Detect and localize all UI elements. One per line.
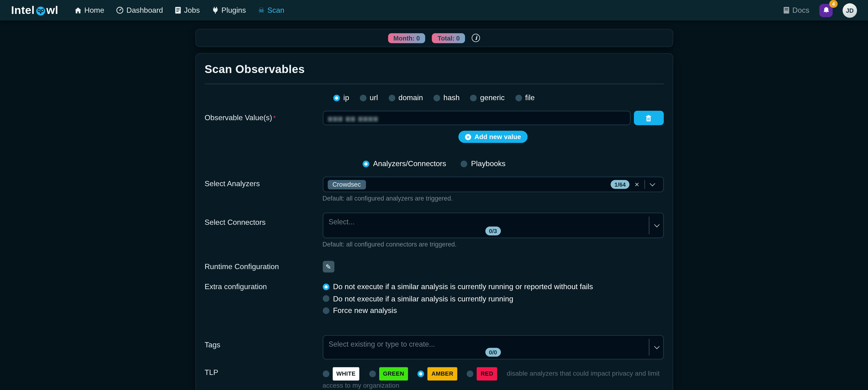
nav-label: Jobs <box>184 6 200 14</box>
edit-runtime-config-button[interactable]: ✎ <box>322 261 334 272</box>
dashboard-icon <box>116 7 124 14</box>
observable-type-radio-group: ip url domain hash generic file <box>205 94 663 102</box>
user-avatar[interactable]: JD <box>843 3 857 18</box>
tlp-white-badge[interactable]: WHITE <box>332 367 360 380</box>
mode-option-playbooks[interactable]: Playbooks <box>461 159 505 168</box>
radio-tlp-white[interactable] <box>322 370 329 377</box>
connectors-select[interactable]: Select... 0/3 <box>322 213 663 238</box>
tags-row: Tags Select existing or type to create..… <box>205 335 663 359</box>
nav-label: Plugins <box>221 6 246 14</box>
type-option-file[interactable]: file <box>515 94 535 102</box>
radio-file[interactable] <box>515 94 522 101</box>
extra-option-1[interactable]: Do not execute if a similar analysis is … <box>322 282 663 291</box>
radio-force-new-analysis[interactable] <box>322 307 329 313</box>
nav-item-scan[interactable]: ☠ Scan <box>258 6 284 14</box>
tlp-row: TLP WHITE GREEN AMBER RED disable analyz… <box>205 367 663 390</box>
type-option-url[interactable]: url <box>360 94 378 102</box>
radio-domain[interactable] <box>389 94 395 101</box>
nav-label: Home <box>84 6 104 14</box>
clear-analyzers-icon[interactable]: × <box>634 181 639 188</box>
jobs-icon <box>175 7 181 14</box>
owl-icon <box>35 6 46 16</box>
tlp-option-white[interactable]: WHITE <box>322 367 360 380</box>
tags-placeholder: Select existing or type to create... <box>329 340 435 348</box>
type-option-generic[interactable]: generic <box>470 94 504 102</box>
mode-radio-group: Analyzers/Connectors Playbooks <box>205 159 663 168</box>
analyzers-helper-text: Default: all configured analyzers are tr… <box>322 195 663 202</box>
analyzers-count-badge: 1/64 <box>611 180 630 189</box>
radio-hash[interactable] <box>433 94 440 101</box>
quota-card: Month: 0 Total: 0 i <box>195 29 673 47</box>
nav-item-home[interactable]: Home <box>75 6 104 14</box>
tags-label: Tags <box>205 335 322 349</box>
page-title: Scan Observables <box>205 63 663 84</box>
add-new-value-button[interactable]: + Add new value <box>458 131 528 143</box>
tlp-option-green[interactable]: GREEN <box>369 367 408 380</box>
observable-values-label: Observable Value(s)* <box>205 111 322 122</box>
select-divider <box>644 180 645 189</box>
docs-link[interactable]: Docs <box>783 6 809 14</box>
tlp-amber-badge[interactable]: AMBER <box>428 367 457 380</box>
notification-count-badge: 4 <box>829 0 838 7</box>
tags-count-badge: 0/0 <box>485 348 501 357</box>
tlp-option-amber[interactable]: AMBER <box>417 367 457 380</box>
select-connectors-label: Select Connectors <box>205 213 322 227</box>
connectors-count-badge: 0/3 <box>485 227 501 235</box>
analyzer-chip: Crowdsec <box>328 180 366 189</box>
runtime-configuration-label: Runtime Configuration <box>205 261 322 271</box>
chevron-down-icon[interactable] <box>654 222 659 227</box>
page: Intel wl Home Dashboard <box>0 0 868 390</box>
navbar-right: Docs 4 JD <box>783 3 857 18</box>
brand-text-left: Intel <box>11 4 35 17</box>
required-asterisk: * <box>273 114 276 122</box>
docs-icon <box>783 7 789 14</box>
nav-item-dashboard[interactable]: Dashboard <box>116 6 163 14</box>
extra-option-3[interactable]: Force new analysis <box>322 306 663 314</box>
nav-item-plugins[interactable]: Plugins <box>212 6 246 14</box>
tlp-green-badge[interactable]: GREEN <box>379 367 408 380</box>
type-option-ip[interactable]: ip <box>333 94 349 102</box>
chevron-down-icon[interactable] <box>654 343 659 349</box>
plugins-icon <box>212 7 219 14</box>
radio-playbooks[interactable] <box>461 160 467 167</box>
radio-tlp-red[interactable] <box>467 370 473 377</box>
chevron-down-icon[interactable] <box>649 181 655 186</box>
radio-no-exec-running[interactable] <box>322 295 329 302</box>
select-connectors-row: Select Connectors Select... 0/3 Default:… <box>205 213 663 248</box>
month-quota-badge: Month: 0 <box>388 33 425 43</box>
nav-label: Dashboard <box>126 6 163 14</box>
tlp-red-badge[interactable]: RED <box>477 367 497 380</box>
select-divider <box>648 216 649 234</box>
runtime-configuration-row: Runtime Configuration ✎ <box>205 261 663 272</box>
notifications-button[interactable]: 4 <box>819 3 832 17</box>
quota-info-icon[interactable]: i <box>472 34 480 42</box>
nav-item-jobs[interactable]: Jobs <box>175 6 200 14</box>
navbar: Intel wl Home Dashboard <box>0 0 868 21</box>
trash-icon <box>645 114 652 122</box>
docs-label: Docs <box>793 6 809 14</box>
plus-icon: + <box>465 134 471 140</box>
home-icon <box>75 7 82 13</box>
type-option-domain[interactable]: domain <box>389 94 423 102</box>
radio-tlp-green[interactable] <box>369 370 376 377</box>
radio-generic[interactable] <box>470 94 477 101</box>
total-quota-badge: Total: 0 <box>432 33 465 43</box>
type-option-hash[interactable]: hash <box>433 94 460 102</box>
pencil-icon: ✎ <box>326 263 331 271</box>
tlp-option-red[interactable]: RED <box>467 367 497 380</box>
brand-logo[interactable]: Intel wl <box>11 4 58 17</box>
radio-tlp-amber[interactable] <box>417 370 424 377</box>
radio-analyzers-connectors[interactable] <box>363 160 369 167</box>
mode-option-analyzers-connectors[interactable]: Analyzers/Connectors <box>363 159 446 168</box>
remove-value-button[interactable] <box>633 111 663 125</box>
radio-no-exec-running-or-reported[interactable] <box>322 283 329 290</box>
scan-form-card: Scan Observables ip url domain hash gene… <box>195 53 673 390</box>
radio-url[interactable] <box>360 94 366 101</box>
tags-select[interactable]: Select existing or type to create... 0/0 <box>322 335 663 359</box>
extra-option-2[interactable]: Do not execute if a similar analysis is … <box>322 294 663 303</box>
brand-text-right: wl <box>46 4 58 17</box>
observable-value-input[interactable]: ▆▆▆ ▆▆ ▆▆▆▆ <box>322 111 630 125</box>
select-analyzers-label: Select Analyzers <box>205 168 322 188</box>
analyzers-select[interactable]: Crowdsec 1/64 × <box>322 177 663 192</box>
radio-ip[interactable] <box>333 94 340 101</box>
